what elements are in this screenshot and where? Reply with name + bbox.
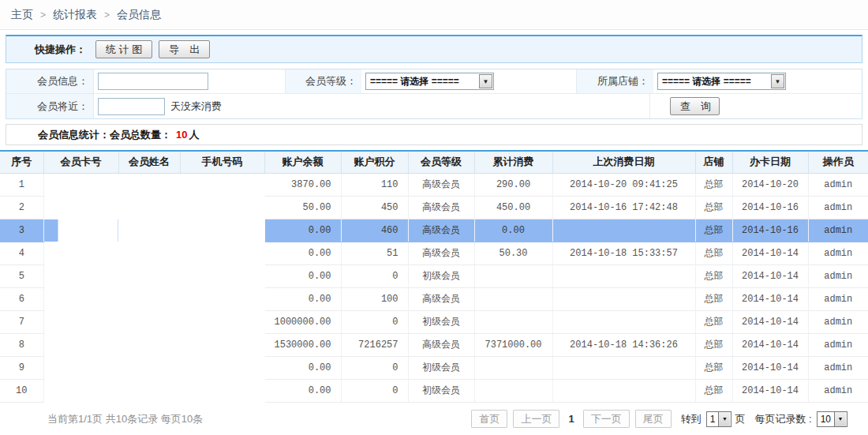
chevron-down-icon[interactable]: ▼	[771, 74, 784, 88]
next-page-button[interactable]: 下一页	[583, 410, 630, 428]
cell-phone	[180, 219, 264, 242]
members-table: 序号会员卡号会员姓名手机号码账户余额账户积分会员等级累计消费上次消费日期店铺办卡…	[0, 150, 868, 403]
table-body: 13870.00110高级会员290.002014-10-20 09:41:25…	[0, 173, 868, 402]
column-header: 店铺	[695, 151, 732, 173]
cell-operator: admin	[808, 287, 868, 310]
chevron-down-icon[interactable]: ▼	[479, 74, 492, 88]
table-row[interactable]: 250.00450高级会员450.002014-10-16 17:42:48总部…	[0, 196, 868, 219]
cell-last_consume	[552, 356, 695, 379]
cell-operator: admin	[808, 379, 868, 402]
member-near-days-input[interactable]	[98, 98, 165, 115]
cell-balance: 0.00	[264, 219, 341, 242]
breadcrumb-reports[interactable]: 统计报表	[53, 8, 97, 22]
first-page-button[interactable]: 首页	[471, 410, 507, 428]
export-button[interactable]: 导 出	[159, 40, 210, 58]
cell-last_consume: 2014-10-20 09:41:25	[552, 173, 695, 196]
cell-name	[118, 379, 180, 402]
cell-operator: admin	[808, 264, 868, 287]
cell-operator: admin	[808, 333, 868, 356]
column-header: 手机号码	[180, 151, 264, 173]
cell-store: 总部	[695, 264, 732, 287]
cell-card_date: 2014-10-14	[732, 242, 808, 264]
column-header: 上次消费日期	[552, 151, 695, 173]
breadcrumb-home[interactable]: 主页	[11, 8, 33, 22]
stats-label: 会员信息统计：会员总数量：	[38, 128, 171, 142]
cell-points: 7216257	[341, 333, 408, 356]
cell-total	[474, 379, 552, 402]
cell-points: 100	[341, 287, 408, 310]
quick-actions-panel: 快捷操作： 统 计 图 导 出	[6, 35, 862, 63]
cell-operator: admin	[808, 242, 868, 264]
cell-card_date: 2014-10-14	[732, 264, 808, 287]
chevron-down-icon[interactable]: ▼	[718, 412, 730, 426]
per-page-select[interactable]: 10 ▼	[817, 411, 847, 427]
cell-balance: 0.00	[264, 264, 341, 287]
cell-card	[43, 264, 118, 287]
table-header-row: 序号会员卡号会员姓名手机号码账户余额账户积分会员等级累计消费上次消费日期店铺办卡…	[0, 151, 868, 173]
chart-button[interactable]: 统 计 图	[95, 40, 152, 58]
table-row[interactable]: 40.0051高级会员50.302014-10-18 15:33:57总部201…	[0, 242, 868, 264]
cell-no: 9	[0, 356, 43, 379]
cell-level: 初级会员	[408, 379, 474, 402]
cell-balance: 50.00	[264, 196, 341, 219]
last-page-button[interactable]: 尾页	[635, 410, 672, 428]
breadcrumb: 主页 > 统计报表 > 会员信息	[0, 0, 868, 30]
cell-balance: 3870.00	[264, 173, 341, 196]
pagination: 首页 上一页 1 下一页 尾页 转到 1 ▼ 页 每页记录数 : 10 ▼	[466, 410, 851, 428]
table-row[interactable]: 30.00460高级会员0.00总部2014-10-16admin	[0, 219, 868, 242]
cell-card	[43, 242, 118, 264]
cell-level: 高级会员	[408, 219, 474, 242]
store-label: 所属店铺：	[576, 69, 653, 93]
query-button[interactable]: 查 询	[670, 97, 720, 115]
cell-operator: admin	[808, 310, 868, 333]
stats-bar: 会员信息统计：会员总数量： 10 人	[6, 124, 862, 145]
cell-level: 高级会员	[408, 287, 474, 310]
breadcrumb-member-info[interactable]: 会员信息	[117, 8, 161, 22]
table-row[interactable]: 71000000.000初级会员总部2014-10-14admin	[0, 310, 868, 333]
member-info-input[interactable]	[98, 73, 208, 90]
prev-page-button[interactable]: 上一页	[513, 410, 559, 428]
stats-unit: 人	[189, 128, 199, 142]
store-select[interactable]: ===== 请选择 ===== ▼	[657, 73, 786, 90]
goto-page-select[interactable]: 1 ▼	[706, 411, 732, 427]
member-level-label: 会员等级：	[285, 69, 361, 93]
column-header: 会员姓名	[118, 151, 180, 173]
days-no-consume-label: 天没来消费	[170, 99, 222, 114]
table-row[interactable]: 13870.00110高级会员290.002014-10-20 09:41:25…	[0, 173, 868, 196]
cell-last_consume	[552, 219, 695, 242]
cell-card_date: 2014-10-14	[732, 310, 808, 333]
table-row[interactable]: 50.000初级会员总部2014-10-14admin	[0, 264, 868, 287]
cell-no: 3	[0, 219, 43, 242]
cell-name	[118, 196, 180, 219]
table-row[interactable]: 90.000初级会员总部2014-10-14admin	[0, 356, 868, 379]
cell-total: 50.30	[474, 242, 552, 264]
chevron-down-icon[interactable]: ▼	[834, 412, 846, 426]
cell-phone	[180, 333, 264, 356]
cell-last_consume	[552, 310, 695, 333]
cell-card_date: 2014-10-14	[732, 379, 808, 402]
goto-label: 转到	[681, 412, 702, 426]
cell-points: 0	[341, 379, 408, 402]
cell-last_consume	[552, 287, 695, 310]
cell-points: 0	[341, 356, 408, 379]
cell-balance: 0.00	[264, 287, 341, 310]
cell-points: 0	[341, 310, 408, 333]
cell-phone	[180, 264, 264, 287]
cell-card_date: 2014-10-14	[732, 333, 808, 356]
table-row[interactable]: 100.000初级会员总部2014-10-14admin	[0, 379, 868, 402]
column-header: 序号	[0, 151, 43, 173]
cell-level: 高级会员	[408, 196, 474, 219]
cell-name	[118, 219, 180, 242]
cell-operator: admin	[808, 196, 868, 219]
cell-card	[43, 219, 118, 242]
cell-level: 初级会员	[408, 264, 474, 287]
cell-card	[43, 333, 118, 356]
cell-level: 高级会员	[408, 333, 474, 356]
cell-name	[118, 333, 180, 356]
cell-operator: admin	[808, 356, 868, 379]
cell-name	[118, 242, 180, 264]
table-row[interactable]: 81530000.007216257高级会员7371000.002014-10-…	[0, 333, 868, 356]
member-level-select[interactable]: ===== 请选择 ===== ▼	[365, 73, 494, 90]
table-row[interactable]: 60.00100高级会员总部2014-10-14admin	[0, 287, 868, 310]
cell-store: 总部	[695, 287, 732, 310]
